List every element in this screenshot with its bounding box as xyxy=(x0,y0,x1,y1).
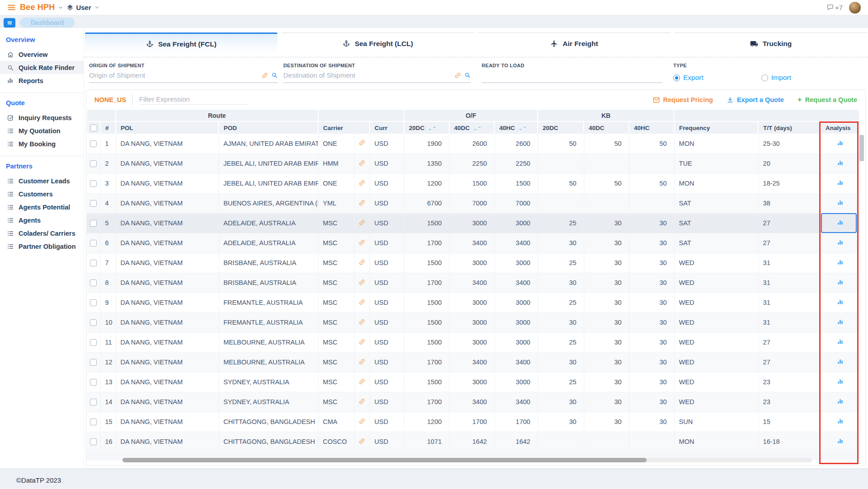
table-row[interactable]: 8DA NANG, VIETNAMBRISBANE, AUSTRALIAMSCU… xyxy=(87,273,859,293)
analysis-icon[interactable] xyxy=(837,239,844,246)
tab-sea-freight-fcl[interactable]: Sea Freight (FCL) xyxy=(85,33,277,54)
row-checkbox[interactable] xyxy=(90,339,97,346)
tab-sea-freight-lcl[interactable]: Sea Freight (LCL) xyxy=(282,33,474,54)
sidebar-item-agents[interactable]: Agents xyxy=(0,214,84,227)
row-checkbox[interactable] xyxy=(90,359,97,366)
tab-trucking[interactable]: Trucking xyxy=(675,33,867,54)
vertical-scrollbar[interactable] xyxy=(859,135,864,161)
row-checkbox[interactable] xyxy=(90,279,97,286)
link-icon[interactable] xyxy=(358,179,366,186)
filter-expression-input[interactable] xyxy=(139,95,248,105)
link-icon[interactable] xyxy=(358,219,366,226)
sidebar-item-customer-leads[interactable]: Customer Leads xyxy=(0,174,84,187)
analysis-icon[interactable] xyxy=(837,179,844,186)
sidebar-item-customers[interactable]: Customers xyxy=(0,187,84,200)
request-pricing-button[interactable]: Request Pricing xyxy=(652,96,713,104)
link-icon[interactable] xyxy=(358,298,366,306)
row-checkbox[interactable] xyxy=(90,379,97,386)
analysis-icon[interactable] xyxy=(837,418,844,424)
sidebar-item-agents-potential[interactable]: Agents Potential xyxy=(0,200,84,214)
sidebar-item-coladers-carriers[interactable]: Coladers/ Carriers xyxy=(0,227,84,240)
link-icon[interactable] xyxy=(358,358,366,365)
export-quote-button[interactable]: Export a Quote xyxy=(727,96,784,103)
table-row[interactable]: 1DA NANG, VIETNAMAJMAN, UNITED ARAB EMIR… xyxy=(87,134,859,154)
sidebar-item-reports[interactable]: Reports xyxy=(0,74,84,87)
tab-air-freight[interactable]: Air Freight xyxy=(478,33,671,54)
link-icon[interactable] xyxy=(358,418,366,425)
table-row[interactable]: 7DA NANG, VIETNAMBRISBANE, AUSTRALIAMSCU… xyxy=(87,253,859,273)
ready-to-load-input[interactable] xyxy=(482,71,662,79)
table-row[interactable]: 10DA NANG, VIETNAMFREMANTLE, AUSTRALIAMS… xyxy=(87,312,859,332)
analysis-icon[interactable] xyxy=(837,378,844,385)
link-icon[interactable] xyxy=(358,139,366,146)
row-checkbox[interactable] xyxy=(90,220,97,227)
row-checkbox[interactable] xyxy=(90,200,97,207)
analysis-icon[interactable] xyxy=(837,438,844,444)
type-export-option[interactable]: Export xyxy=(673,74,704,82)
analysis-icon[interactable] xyxy=(837,140,844,146)
link-icon[interactable] xyxy=(358,378,366,385)
breadcrumb-dashboard[interactable]: Dashboard xyxy=(20,18,75,28)
link-icon[interactable] xyxy=(454,72,461,79)
sidebar-item-quick-rate-finder[interactable]: Quick Rate Finder xyxy=(0,61,84,74)
sidebar-item-my-booking[interactable]: My Booking xyxy=(0,137,84,150)
user-menu[interactable]: User xyxy=(76,4,91,11)
row-checkbox[interactable] xyxy=(90,180,97,187)
analysis-icon[interactable] xyxy=(837,259,844,265)
link-icon[interactable] xyxy=(358,318,366,326)
sidebar-item-my-quotation[interactable]: My Quotation xyxy=(0,124,84,137)
link-icon[interactable] xyxy=(261,72,268,79)
row-checkbox[interactable] xyxy=(90,399,97,405)
link-icon[interactable] xyxy=(358,338,366,345)
destination-input[interactable] xyxy=(283,71,451,79)
analysis-icon[interactable] xyxy=(837,159,844,166)
chevron-down-icon[interactable] xyxy=(58,5,63,10)
table-row[interactable]: 12DA NANG, VIETNAMMELBOURNE, AUSTRALIAMS… xyxy=(87,352,859,372)
analysis-icon[interactable] xyxy=(837,358,844,365)
table-row[interactable]: 13DA NANG, VIETNAMSYDNEY, AUSTRALIAMSCUS… xyxy=(87,372,859,392)
analysis-icon[interactable] xyxy=(837,338,844,345)
origin-input[interactable] xyxy=(89,71,258,79)
table-row[interactable]: 4DA NANG, VIETNAMBUENOS AIRES, ARGENTINA… xyxy=(87,193,859,213)
link-icon[interactable] xyxy=(358,159,366,167)
analysis-icon[interactable] xyxy=(837,318,844,325)
table-row[interactable]: 5DA NANG, VIETNAMADELAIDE, AUSTRALIAMSCU… xyxy=(87,213,859,233)
hamburger-icon[interactable] xyxy=(7,3,16,12)
link-icon[interactable] xyxy=(358,239,366,246)
link-icon[interactable] xyxy=(358,199,366,206)
request-quote-button[interactable]: + Request a Quote xyxy=(798,95,857,104)
search-icon[interactable] xyxy=(464,72,471,79)
sidebar-item-overview[interactable]: Overview xyxy=(0,48,84,61)
link-icon[interactable] xyxy=(358,259,366,266)
radio-unchecked-icon[interactable] xyxy=(761,75,768,81)
brand-logo[interactable]: Bee HPH xyxy=(20,3,55,12)
row-checkbox[interactable] xyxy=(90,140,97,147)
row-checkbox[interactable] xyxy=(90,240,97,247)
sidebar-toggle-button[interactable] xyxy=(4,18,15,28)
table-row[interactable]: 9DA NANG, VIETNAMFREMANTLE, AUSTRALIAMSC… xyxy=(87,293,859,312)
row-checkbox[interactable] xyxy=(90,419,97,425)
link-icon[interactable] xyxy=(358,438,366,445)
horizontal-scrollbar[interactable] xyxy=(122,458,647,462)
analysis-icon[interactable] xyxy=(837,279,844,285)
sidebar-item-inquiry-requests[interactable]: Inquiry Requests xyxy=(0,111,84,124)
analysis-icon[interactable] xyxy=(837,398,844,405)
table-row[interactable]: 14DA NANG, VIETNAMSYDNEY, AUSTRALIAMSCUS… xyxy=(87,392,859,412)
link-icon[interactable] xyxy=(358,279,366,286)
table-row[interactable]: 15DA NANG, VIETNAMCHITTAGONG, BANGLADESH… xyxy=(87,412,859,432)
sort-icons[interactable]: ⌄⌃ xyxy=(428,126,437,131)
search-icon[interactable] xyxy=(271,72,278,79)
analysis-icon[interactable] xyxy=(837,219,844,226)
link-icon[interactable] xyxy=(358,398,366,405)
analysis-icon[interactable] xyxy=(837,298,844,305)
table-row[interactable]: 2DA NANG, VIETNAMJEBEL ALI, UNITED ARAB … xyxy=(87,154,859,173)
chevron-down-icon[interactable] xyxy=(94,5,99,10)
radio-checked-icon[interactable] xyxy=(673,75,680,81)
avatar[interactable] xyxy=(849,2,861,14)
table-row[interactable]: 3DA NANG, VIETNAMJEBEL ALI, UNITED ARAB … xyxy=(87,173,859,193)
table-row[interactable]: 16DA NANG, VIETNAMCHITTAGONG, BANGLADESH… xyxy=(87,432,859,452)
row-checkbox[interactable] xyxy=(90,160,97,167)
sort-icons[interactable]: ⌄⌃ xyxy=(474,126,482,131)
row-checkbox[interactable] xyxy=(90,260,97,266)
chat-button[interactable]: +7 xyxy=(826,4,843,11)
